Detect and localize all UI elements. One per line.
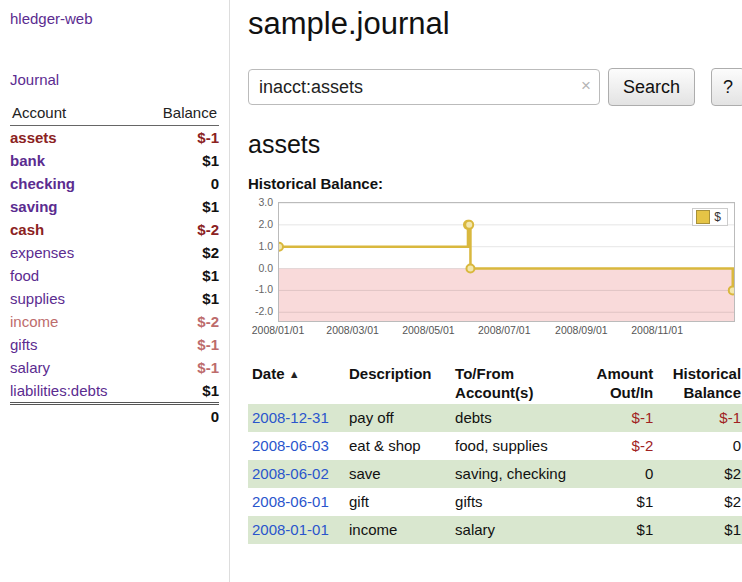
account-link-cash[interactable]: cash [10, 218, 141, 241]
account-link-expenses[interactable]: expenses [10, 241, 141, 264]
transaction-description: pay off [345, 404, 451, 432]
search-button[interactable]: Search [608, 68, 695, 106]
y-tick-label: -1.0 [255, 283, 273, 295]
col-amount-label-2: Out/In [588, 383, 653, 402]
account-link-assets[interactable]: assets [10, 126, 141, 150]
transaction-row: 2008-12-31pay offdebts$-1$-1 [248, 404, 742, 432]
account-row: expenses$2 [10, 241, 219, 264]
clear-search-icon[interactable]: × [581, 76, 591, 96]
register-table: Date ▲ Description To/From Account(s) Am… [248, 362, 742, 544]
col-accounts-label-2: Account(s) [455, 383, 580, 402]
transaction-balance: $1 [657, 516, 742, 544]
account-link-checking[interactable]: checking [10, 172, 141, 195]
account-row: saving$1 [10, 195, 219, 218]
accounts-header-row: Account Balance [10, 102, 219, 126]
account-balance: $-2 [141, 218, 219, 241]
account-link-salary[interactable]: salary [10, 356, 141, 379]
account-link-gifts[interactable]: gifts [10, 333, 141, 356]
help-button[interactable]: ? [711, 68, 742, 106]
search-bar: × Search ? [248, 68, 742, 106]
account-row: food$1 [10, 264, 219, 287]
account-row: liabilities:debts$1 [10, 379, 219, 404]
transaction-accounts: gifts [451, 488, 584, 516]
transaction-row: 2008-06-01giftgifts$1$2 [248, 488, 742, 516]
historical-balance-chart: 3.02.01.00.0-1.0-2.0 $ 2008/01/012008/03… [248, 202, 742, 346]
legend-swatch-icon [696, 210, 710, 224]
account-balance: $1 [141, 264, 219, 287]
app-title-link[interactable]: hledger-web [10, 10, 219, 27]
x-tick-label: 2008/09/01 [555, 324, 608, 336]
transaction-amount: $-1 [584, 404, 657, 432]
col-balance: Historical Balance [657, 362, 742, 404]
transaction-date-link[interactable]: 2008-01-01 [248, 516, 345, 544]
account-link-saving[interactable]: saving [10, 195, 141, 218]
col-amount: Amount Out/In [584, 362, 657, 404]
y-tick-label: 3.0 [258, 196, 273, 208]
transaction-row: 2008-06-03eat & shopfood, supplies$-20 [248, 432, 742, 460]
account-balance: $1 [141, 195, 219, 218]
transaction-accounts: saving, checking [451, 460, 584, 488]
col-balance-label-2: Balance [661, 383, 741, 402]
transaction-description: eat & shop [345, 432, 451, 460]
account-row: assets$-1 [10, 126, 219, 150]
chart-title: Historical Balance: [248, 175, 742, 192]
account-row: supplies$1 [10, 287, 219, 310]
transaction-accounts: salary [451, 516, 584, 544]
col-accounts-label-1: To/From [455, 364, 580, 383]
y-tick-label: 1.0 [258, 240, 273, 252]
transaction-accounts: debts [451, 404, 584, 432]
accounts-table: Account Balance assets$-1bank$1checking0… [10, 102, 219, 428]
transaction-balance: $2 [657, 460, 742, 488]
account-balance: $1 [141, 287, 219, 310]
col-date-label: Date [252, 365, 285, 382]
col-description-label: Description [349, 365, 432, 382]
account-link-supplies[interactable]: supplies [10, 287, 141, 310]
chart-y-axis: 3.02.01.00.0-1.0-2.0 [248, 202, 276, 320]
transaction-description: income [345, 516, 451, 544]
register-table-body: 2008-12-31pay offdebts$-1$-12008-06-03ea… [248, 404, 742, 544]
page-title: sample.journal [248, 6, 742, 42]
transaction-date-link[interactable]: 2008-06-02 [248, 460, 345, 488]
transaction-row: 2008-01-01incomesalary$1$1 [248, 516, 742, 544]
chart-plot: $ [278, 202, 735, 322]
account-row: salary$-1 [10, 356, 219, 379]
account-balance: $1 [141, 149, 219, 172]
transaction-accounts: food, supplies [451, 432, 584, 460]
chart-x-axis: 2008/01/012008/03/012008/05/012008/07/01… [278, 324, 733, 340]
transaction-date-link[interactable]: 2008-06-01 [248, 488, 345, 516]
account-link-bank[interactable]: bank [10, 149, 141, 172]
account-balance: $1 [141, 379, 219, 404]
account-row: cash$-2 [10, 218, 219, 241]
chart-legend: $ [692, 208, 728, 226]
account-row: income$-2 [10, 310, 219, 333]
transaction-description: save [345, 460, 451, 488]
account-heading: assets [248, 130, 742, 159]
transaction-amount: $1 [584, 516, 657, 544]
legend-label: $ [714, 210, 721, 224]
accounts-table-body: assets$-1bank$1checking0saving$1cash$-2e… [10, 126, 219, 404]
col-date[interactable]: Date ▲ [248, 362, 345, 404]
accounts-total-row: 0 [10, 404, 219, 429]
transaction-balance: $-1 [657, 404, 742, 432]
search-input[interactable] [248, 69, 600, 105]
col-amount-label-1: Amount [588, 364, 653, 383]
x-tick-label: 2008/03/01 [326, 324, 379, 336]
main-content: sample.journal × Search ? assets Histori… [230, 0, 742, 582]
chart-svg [279, 203, 734, 321]
account-link-food[interactable]: food [10, 264, 141, 287]
y-tick-label: 0.0 [258, 262, 273, 274]
nav-journal-link[interactable]: Journal [10, 71, 219, 88]
sort-asc-icon: ▲ [289, 368, 300, 380]
y-tick-label: 2.0 [258, 218, 273, 230]
transaction-amount: $1 [584, 488, 657, 516]
account-link-liabilities:debts[interactable]: liabilities:debts [10, 379, 141, 404]
transaction-balance: $2 [657, 488, 742, 516]
account-balance: $-1 [141, 333, 219, 356]
account-row: gifts$-1 [10, 333, 219, 356]
transaction-balance: 0 [657, 432, 742, 460]
accounts-total: 0 [141, 404, 219, 429]
transaction-date-link[interactable]: 2008-12-31 [248, 404, 345, 432]
transaction-date-link[interactable]: 2008-06-03 [248, 432, 345, 460]
account-link-income[interactable]: income [10, 310, 141, 333]
accounts-total-spacer [10, 404, 141, 429]
